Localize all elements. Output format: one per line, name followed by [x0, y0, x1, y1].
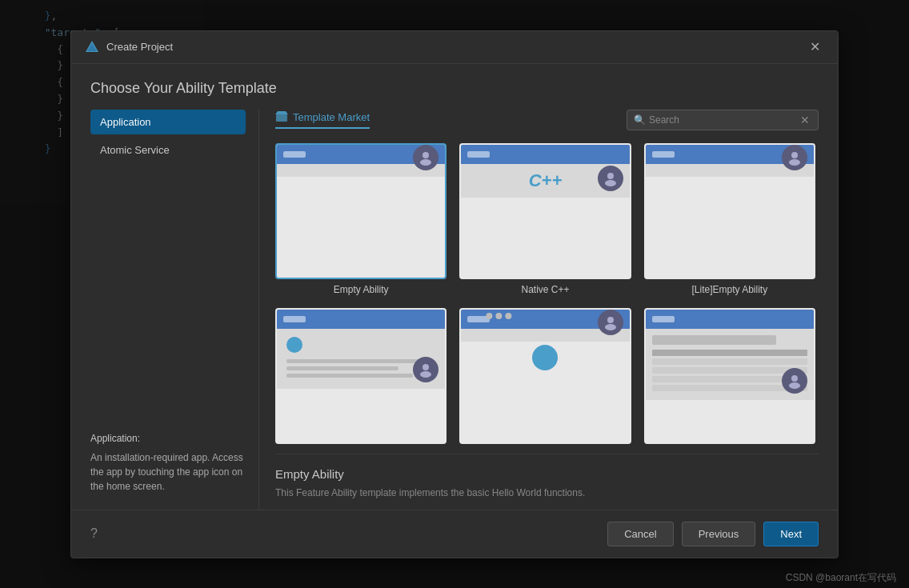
search-bar[interactable]: 🔍 ✕ — [627, 110, 819, 130]
sidebar-item-application[interactable]: Application — [90, 110, 246, 134]
search-clear-button[interactable]: ✕ — [799, 114, 811, 126]
sidebar-description: Application: An installation-required ap… — [90, 431, 246, 510]
cancel-button[interactable]: Cancel — [607, 522, 673, 546]
dialog-heading: Choose Your Ability Template — [90, 80, 819, 97]
detail-dot-2 — [496, 313, 503, 319]
detail-dots-row — [487, 313, 604, 319]
sidebar: Application Atomic Service Application: … — [90, 110, 258, 510]
dialog-overlay: Create Project ✕ Choose Your Ability Tem… — [0, 0, 909, 588]
card-header-dot-list — [283, 316, 306, 322]
list-line-2 — [286, 366, 398, 370]
detail-dot-3 — [506, 313, 512, 319]
card-header-dot — [283, 151, 306, 158]
list-line-1 — [286, 359, 421, 363]
template-card-empty-ability[interactable]: Empty Ability — [275, 143, 446, 295]
template-card-name-lite: [Lite]Empty Ability — [691, 284, 767, 295]
detail-lines — [487, 308, 604, 319]
card-header-list — [277, 310, 445, 329]
template-grid: Empty Ability C++ — [275, 143, 819, 447]
table-row-1 — [652, 350, 807, 356]
card-body-cpp: C++ — [461, 164, 629, 198]
right-content: Template Market 🔍 ✕ — [258, 110, 819, 510]
footer-buttons: Cancel Previous Next — [607, 522, 819, 546]
dialog-body: Choose Your Ability Template Application… — [71, 64, 838, 510]
detail-circle — [532, 345, 558, 370]
search-icon: 🔍 — [634, 114, 646, 126]
svg-point-10 — [420, 371, 431, 378]
template-card-lite-empty[interactable]: [Lite]Empty Ability — [644, 143, 815, 295]
next-button[interactable]: Next — [763, 522, 819, 546]
card-header-dot-lite — [652, 151, 675, 158]
tab-bar: Template Market 🔍 ✕ — [275, 110, 819, 130]
svg-point-6 — [605, 180, 616, 186]
svg-rect-2 — [276, 114, 287, 122]
help-icon[interactable]: ? — [90, 526, 98, 541]
template-description: Empty Ability This Feature Ability templ… — [275, 454, 819, 500]
template-card-img-detail — [459, 308, 631, 444]
sidebar-desc-title: Application: — [90, 431, 246, 446]
svg-point-12 — [605, 324, 616, 330]
card-avatar-cpp — [598, 166, 623, 191]
svg-point-9 — [422, 364, 429, 370]
previous-button[interactable]: Previous — [682, 522, 756, 546]
title-bar-left: Create Project — [84, 39, 173, 55]
svg-point-5 — [607, 173, 614, 179]
svg-point-3 — [422, 152, 429, 158]
card-avatar-detail — [598, 310, 623, 335]
svg-point-4 — [420, 159, 431, 166]
create-project-dialog: Create Project ✕ Choose Your Ability Tem… — [70, 30, 839, 558]
close-button[interactable]: ✕ — [805, 39, 825, 55]
list-line-3 — [286, 374, 413, 378]
svg-point-14 — [789, 382, 800, 389]
sidebar-desc-text: An installation-required app. Access the… — [90, 450, 246, 494]
search-input[interactable] — [649, 114, 799, 126]
template-card-img-cpp: C++ — [459, 143, 631, 279]
template-card-name-empty: Empty Ability — [334, 284, 389, 295]
template-card-native-cpp[interactable]: C++ Native C++ — [459, 143, 631, 295]
card-body-list — [277, 329, 445, 389]
card-header-table — [646, 310, 814, 329]
card-header-dot-cpp — [467, 151, 490, 158]
template-card-table[interactable]: Table Ability — [644, 308, 815, 447]
svg-point-7 — [791, 152, 798, 158]
table-row-2 — [652, 358, 807, 365]
template-card-img-lite — [644, 143, 815, 279]
content-area: Application Atomic Service Application: … — [90, 110, 819, 510]
svg-point-11 — [607, 317, 614, 323]
dialog-title-text: Create Project — [106, 41, 173, 53]
selected-template-desc: This Feature Ability template implements… — [275, 486, 819, 500]
store-icon — [275, 110, 288, 124]
svg-point-13 — [791, 375, 798, 382]
svg-point-8 — [789, 159, 800, 166]
tab-template-market[interactable]: Template Market — [275, 110, 370, 129]
title-bar: Create Project ✕ — [71, 31, 838, 64]
selected-template-name: Empty Ability — [275, 467, 819, 481]
card-avatar-table — [782, 368, 807, 394]
template-card-name-cpp: Native C++ — [521, 284, 569, 295]
template-card-detail[interactable]: Detail Ability — [459, 308, 631, 447]
card-body-detail — [461, 329, 629, 342]
cpp-icon: C++ — [529, 170, 563, 191]
card-avatar — [413, 145, 438, 170]
detail-dot-1 — [487, 313, 493, 319]
template-card-list[interactable]: List Ability — [275, 308, 446, 447]
card-body-table — [646, 329, 814, 400]
card-body-empty — [277, 164, 445, 177]
list-circle — [286, 337, 302, 353]
app-logo-icon — [84, 39, 100, 55]
template-card-img-empty — [275, 143, 446, 279]
tab-label: Template Market — [293, 111, 370, 123]
table-search-bar — [652, 335, 776, 345]
dialog-footer: ? Cancel Previous Next — [71, 510, 838, 558]
card-header-cpp — [461, 145, 629, 164]
template-card-img-table — [644, 308, 815, 444]
watermark: CSDN @baorant在写代码 — [786, 571, 896, 585]
card-body-lite — [646, 164, 814, 177]
card-header-dot-table — [652, 316, 675, 322]
sidebar-item-atomic-service[interactable]: Atomic Service — [90, 138, 246, 162]
card-avatar-list — [413, 357, 438, 382]
card-avatar-lite — [782, 145, 807, 170]
template-card-img-list — [275, 308, 446, 444]
